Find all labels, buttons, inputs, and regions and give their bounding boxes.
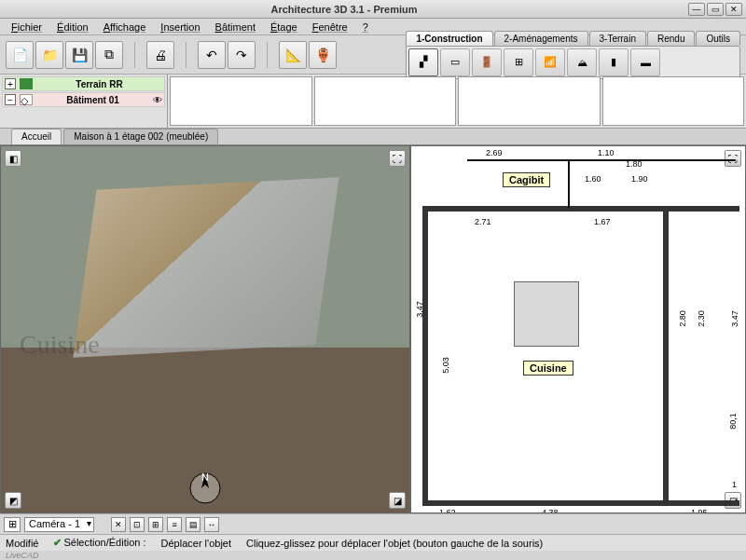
wall (422, 206, 739, 212)
dim: 1.80 (626, 159, 642, 169)
open-button[interactable]: 📁 (35, 41, 63, 69)
dim: 2.30 (697, 310, 706, 327)
status-action: Déplacer l'objet (161, 538, 231, 549)
tool-layers[interactable]: ▤ (186, 517, 200, 532)
camera-select[interactable]: Caméra - 1 (24, 517, 94, 532)
wall (663, 206, 669, 504)
view-tr-button[interactable]: ⛶ (389, 150, 406, 167)
3d-viewport[interactable]: ◧ ⛶ ◩ ◪ Cuisine N (0, 145, 410, 513)
column-tool-icon[interactable]: ▮ (599, 48, 629, 76)
plan-maximize-button[interactable]: ⛶ (725, 150, 741, 167)
preview-3[interactable] (458, 76, 601, 126)
viewport-layout-button[interactable]: ⊞ (4, 517, 21, 532)
minimize-button[interactable]: — (688, 3, 705, 16)
main-area: ◧ ⛶ ◩ ◪ Cuisine N ⛶ ◪ Cagibit Cuisine 2.… (0, 145, 746, 513)
tab-rendu[interactable]: Rendu (647, 31, 695, 46)
menu-fichier[interactable]: Fichier (6, 20, 48, 34)
tab-outils[interactable]: Outils (696, 31, 740, 46)
door-tool-icon[interactable]: 🚪 (472, 48, 502, 76)
dim: 1.60 (585, 174, 601, 184)
measure-button[interactable]: 📐 (279, 41, 307, 69)
tab-construction[interactable]: 1-Construction (406, 31, 492, 46)
wall (422, 500, 739, 506)
tool-dim[interactable]: ↔ (204, 517, 219, 532)
tool-snap[interactable]: ✕ (111, 517, 126, 532)
menu-etage[interactable]: Étage (265, 20, 303, 34)
undo-button[interactable]: ↶ (198, 41, 226, 69)
dim: 80,1 (728, 413, 738, 430)
view-tl-button[interactable]: ◧ (5, 150, 21, 167)
menu-batiment[interactable]: Bâtiment (210, 20, 261, 34)
dim: 5.03 (441, 357, 450, 374)
camera-label: Caméra - 1 (29, 518, 80, 529)
wall-tool-icon[interactable]: ▞ (408, 48, 438, 76)
maximize-button[interactable]: ▭ (707, 3, 724, 16)
beam-tool-icon[interactable]: ▬ (630, 48, 660, 76)
status-bar: Modifié ✔Sélection/Édition : Déplacer l'… (0, 534, 746, 551)
ribbon: 1-Construction 2-Aménagements 3-Terrain … (400, 31, 740, 79)
save-button[interactable]: 💾 (65, 41, 93, 69)
document-tabs: Accueil Maison à 1 étage 002 (meublée) (0, 129, 746, 145)
dim: 2.80 (678, 310, 687, 327)
wall (422, 206, 428, 504)
terrain-swatch (20, 78, 33, 89)
tab-accueil[interactable]: Accueil (11, 129, 62, 144)
compass-icon[interactable]: N (188, 471, 222, 505)
bottom-toolbar: ⊞ Caméra - 1 ✕ ⊡ ⊞ ≡ ▤ ↔ (0, 513, 746, 534)
toolbar: 📄 📁 💾 ⧉ 🖨 ↶ ↷ 📐 🏺 1-Construction 2-Aména… (0, 35, 746, 75)
preview-1[interactable] (170, 76, 312, 126)
window-tool-icon[interactable]: ⊞ (504, 48, 533, 76)
redo-button[interactable]: ↷ (228, 41, 256, 69)
menu-affichage[interactable]: Affichage (98, 20, 152, 34)
room-tool-icon[interactable]: ▭ (440, 48, 470, 76)
roof-tool-icon[interactable]: ⛰ (567, 48, 597, 76)
menu-fenetre[interactable]: Fenêtre (307, 20, 353, 34)
2d-viewport[interactable]: ⛶ ◪ Cagibit Cuisine 2.69 1.10 1.80 1.60 … (410, 145, 746, 513)
kitchen-island (514, 281, 579, 347)
dim: 2.69 (486, 148, 503, 157)
stairs-tool-icon[interactable]: 📶 (535, 48, 565, 76)
view-bl-button[interactable]: ◩ (5, 492, 21, 509)
layer-building[interactable]: − ◇ Bâtiment 01 👁 (2, 92, 165, 107)
menu-help[interactable]: ? (357, 20, 374, 34)
layer-building-label: Bâtiment 01 (36, 95, 149, 105)
layer-terrain[interactable]: + Terrain RR (2, 76, 165, 91)
visibility-icon[interactable]: 👁 (153, 95, 162, 105)
expand-icon[interactable]: + (5, 78, 16, 89)
wall (467, 159, 570, 161)
tool-align[interactable]: ≡ (167, 517, 182, 532)
tool-grid[interactable]: ⊡ (130, 517, 145, 532)
collapse-icon[interactable]: − (5, 94, 16, 105)
view-br-button[interactable]: ◪ (389, 492, 406, 509)
wall (568, 159, 736, 161)
close-button[interactable]: ✕ (725, 3, 742, 16)
print-button[interactable]: 🖨 (146, 41, 174, 69)
building-swatch: ◇ (20, 94, 33, 105)
room-label-cagibit: Cagibit (503, 172, 550, 187)
dim: 2.71 (475, 217, 491, 226)
dim: 4.38 (542, 508, 559, 513)
window-controls: — ▭ ✕ (688, 3, 746, 16)
status-mode: ✔Sélection/Édition : (53, 537, 145, 549)
copy-button[interactable]: ⧉ (95, 41, 123, 69)
dim: 1.90 (631, 174, 648, 184)
tab-terrain[interactable]: 3-Terrain (589, 31, 646, 46)
object-button[interactable]: 🏺 (309, 41, 337, 69)
tab-maison[interactable]: Maison à 1 étage 002 (meublée) (63, 129, 218, 144)
branding: LiveCAD (0, 551, 746, 560)
tab-amenagements[interactable]: 2-Aménagements (494, 31, 588, 46)
layer-tree: + Terrain RR − ◇ Bâtiment 01 👁 (0, 75, 168, 128)
status-hint: Cliquez-glissez pour déplacer l'objet (b… (246, 538, 543, 549)
layer-panel: + Terrain RR − ◇ Bâtiment 01 👁 (0, 75, 746, 129)
menu-insertion[interactable]: Insertion (155, 20, 205, 34)
status-modified: Modifié (6, 538, 38, 549)
new-button[interactable]: 📄 (6, 41, 34, 69)
layer-previews (168, 75, 746, 128)
menu-edition[interactable]: Édition (51, 20, 94, 34)
preview-4[interactable] (602, 76, 745, 126)
3d-room-label: Cuisine (20, 330, 100, 360)
preview-2[interactable] (314, 76, 457, 126)
layer-terrain-label: Terrain RR (36, 79, 162, 89)
tool-ortho[interactable]: ⊞ (148, 517, 163, 532)
wall (568, 159, 570, 208)
